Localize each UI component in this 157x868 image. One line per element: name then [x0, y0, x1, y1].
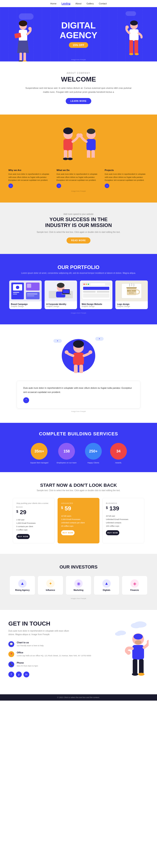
stat-3-number: 250+ [89, 450, 98, 453]
stat-3: 250+ Happy Clients [85, 443, 102, 464]
contact-item-chat: 💬 Chart to us Our friendly team is here … [8, 641, 107, 647]
stat-1-circle: 35m+ [31, 443, 48, 460]
portfolio-grid: Brand Campaign Graphic Design [6, 280, 151, 309]
svg-point-9 [28, 27, 32, 30]
svg-point-72 [65, 350, 69, 354]
hero-title: DIGITALAGENCY [60, 21, 97, 40]
svg-rect-63 [83, 293, 109, 298]
svg-rect-74 [74, 365, 78, 373]
stat-2-number: 158 [63, 450, 70, 453]
pricing-business-currency: $ [106, 506, 108, 509]
svg-rect-14 [134, 40, 138, 54]
investor-card-1[interactable]: ▲ Rising Agency [10, 576, 35, 595]
investor-card-3[interactable]: ◉ Marketing [66, 576, 91, 595]
contact-phone-info: Phone Mon-Fri from 8am to 5pm [17, 661, 38, 668]
pricing-basic-currency: $ [16, 510, 18, 513]
pricing-advanced-feature-3: Unlimited contacts per client [61, 521, 96, 524]
svg-point-79 [115, 632, 122, 636]
nav-landing[interactable]: Landing [61, 2, 71, 5]
who-col1-body: Duis aute irure dolor in reprehenderit i… [8, 173, 52, 182]
nav-gallery[interactable]: Gallery [86, 2, 94, 5]
hero-content: DIGITALAGENCY 15% OFF [60, 21, 97, 48]
social-linkedin-icon[interactable]: in [23, 672, 29, 677]
stat-1-number: 35m+ [34, 450, 44, 453]
learn-more-button[interactable]: LEARN MORE [66, 98, 91, 104]
portfolio-card-2[interactable]: A Corporate Identity Graphic Design [45, 280, 77, 309]
quote-icon: " [23, 397, 29, 403]
success-section: Add more speed to your website YOUR SUCC… [0, 203, 157, 254]
svg-point-32 [90, 158, 96, 160]
pricing-business-buy-button[interactable]: BUY NOW [106, 530, 119, 535]
svg-marker-3 [17, 40, 29, 53]
investor-card-5[interactable]: ◈ Financio [122, 576, 147, 595]
welcome-body: Suspendisse sed nisl lacus sed. In ante … [25, 86, 132, 94]
investor-5-name: Financio [126, 589, 143, 591]
stats-row: 35m+ Square feet managed 158 Employees o… [6, 443, 151, 464]
pricing-basic-feature-2: 1,000 Email Processes [16, 522, 51, 525]
who-columns: Why we Are Duis aute irure dolor in repr… [8, 169, 149, 188]
social-facebook-icon[interactable]: f [8, 672, 14, 677]
cloud-right [126, 11, 136, 16]
portfolio-sub: Lorem ipsum dolor sit amet, consectetur … [6, 272, 151, 274]
pricing-advanced-feature-4: 20 coffee cups [61, 524, 96, 528]
nav-home[interactable]: Home [50, 2, 56, 5]
svg-point-24 [68, 158, 73, 160]
who-col2-arrow[interactable]: → [56, 184, 61, 188]
portfolio-card-1[interactable]: Brand Campaign Graphic Design [9, 280, 42, 309]
portfolio-card-4-title: Logo design [117, 303, 146, 305]
portfolio-card-4[interactable]: BEAU JOUR BISTRO Logo design Graphic Des… [115, 280, 148, 309]
nav-contact[interactable]: Contact [99, 2, 107, 5]
svg-point-57 [86, 284, 87, 285]
who-col3-arrow[interactable]: → [105, 184, 109, 188]
investor-card-4[interactable]: ▲ Digitals [94, 576, 119, 595]
footer-text: © 2021 Click to select the text box and … [57, 696, 100, 699]
who-col2-title: What we Do [56, 169, 101, 172]
portfolio-card-2-info: A Corporate Identity Graphic Design [45, 301, 77, 309]
svg-rect-51 [63, 290, 69, 293]
investor-5-icon: ◈ [130, 579, 139, 588]
stat-4: 34 Awards. [110, 443, 127, 464]
hero-section: DIGITALAGENCY 15% OFF Image from Freepik [0, 7, 157, 61]
pricing-heading: START NOW & DON'T LOOK BACK [6, 483, 151, 488]
svg-rect-20 [63, 139, 73, 151]
stat-4-label: Awards. [110, 462, 127, 464]
pricing-basic-buy-button[interactable]: BUY NOW [16, 534, 30, 539]
portfolio-card-2-type: Graphic Design [46, 305, 75, 307]
stat-1: 35m+ Square feet managed [30, 443, 48, 464]
svg-point-7 [19, 60, 23, 61]
testimonial-image-credit: Image from Freepik [17, 410, 140, 412]
investor-4-icon: ▲ [102, 579, 111, 588]
portfolio-card-1-type: Graphic Design [11, 305, 40, 307]
pricing-business-feature-3: Unlimited contacts [106, 521, 141, 524]
pricing-advanced-label: ADVANCED [61, 502, 96, 504]
pricing-advanced-feature-2: 2,000 Email Processes [61, 518, 96, 521]
svg-rect-59 [90, 283, 105, 285]
investors-section: OUR INVESTORS ▲ Rising Agency ✦ Influenc… [0, 554, 157, 610]
portfolio-section: OUR PORTFOLIO Lorem ipsum dolor sit amet… [0, 254, 157, 324]
portfolio-card-3[interactable]: Web Design Website Graphic Design [80, 280, 112, 309]
svg-rect-75 [79, 365, 83, 373]
svg-point-84 [126, 651, 131, 655]
hero-figure-left [12, 20, 33, 61]
who-col-2: What we Do Duis aute irure dolor in repr… [56, 169, 101, 188]
who-col1-arrow[interactable]: → [8, 184, 13, 188]
investor-card-2[interactable]: ✦ Influence [38, 576, 63, 595]
svg-point-81 [134, 634, 143, 640]
read-more-button[interactable]: READ MORE [67, 238, 90, 244]
investor-3-icon: ◉ [74, 579, 83, 588]
who-image-credit: Image from Freepik [8, 190, 149, 192]
success-body: Sample text. Click to select the text bo… [21, 231, 136, 233]
pricing-advanced-buy-button[interactable]: BUY NOW [61, 530, 75, 535]
svg-point-70 [73, 340, 84, 348]
contact-sub: Duis aute irure dolor in reprehenderit i… [8, 629, 71, 636]
svg-rect-6 [23, 53, 26, 61]
investors-row: ▲ Rising Agency ✦ Influence ◉ Marketing … [6, 576, 151, 595]
investor-4-name: Digitals [98, 589, 115, 591]
nav-about[interactable]: About [75, 2, 81, 5]
portfolio-card-1-info: Brand Campaign Graphic Design [9, 301, 42, 309]
investor-1-name: Rising Agency [14, 589, 31, 591]
social-twitter-icon[interactable]: y [16, 672, 22, 677]
testimonial-cloud-right: ✦ [95, 337, 104, 341]
portfolio-card-3-info: Web Design Website Graphic Design [80, 301, 112, 309]
success-heading: YOUR SUCCESS IN THEINDUSTRY IS OUR MISSI… [21, 217, 136, 229]
